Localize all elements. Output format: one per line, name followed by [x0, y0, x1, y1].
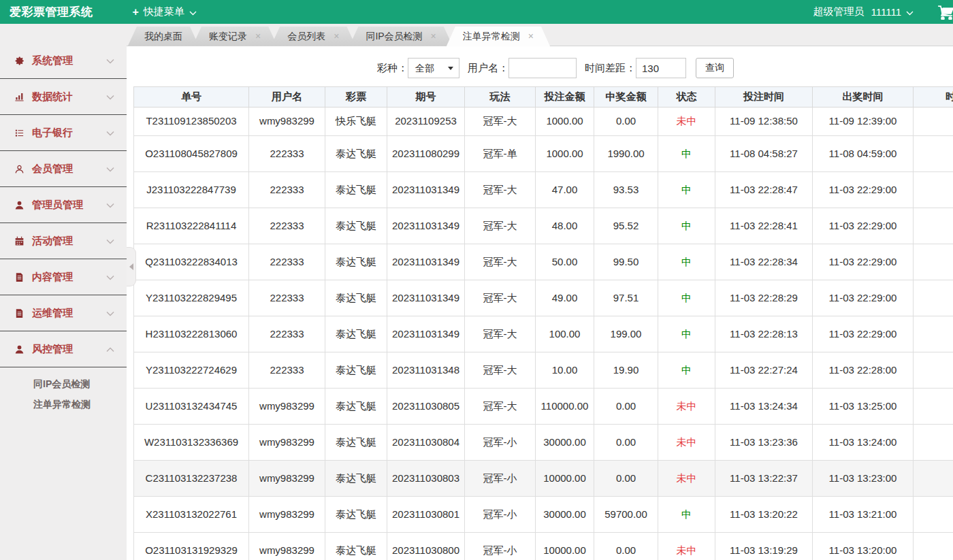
table-cell: 202311031349 — [387, 208, 465, 244]
status-badge: 未中 — [658, 461, 715, 497]
sidebar-item-风控管理[interactable]: 风控管理 — [0, 331, 127, 367]
sidebar-item-label: 内容管理 — [32, 271, 73, 284]
table-row[interactable]: O231103131929329wmy983299泰达飞艇20231103080… — [134, 533, 953, 560]
tab-close-icon[interactable]: × — [431, 31, 436, 42]
table-cell: wmy983299 — [249, 461, 325, 497]
table-cell: 泰达飞艇 — [325, 461, 387, 497]
table-cell: 11-03 22:28:47 — [715, 172, 813, 208]
status-badge: 中 — [658, 316, 715, 352]
sidebar-item-label: 运维管理 — [32, 307, 73, 320]
table-row[interactable]: H231103222813060222333泰达飞艇202311031349冠军… — [134, 316, 953, 352]
table-cell: 31 — [914, 533, 953, 560]
chevron-down-icon — [106, 199, 114, 211]
table-cell: 11-03 13:21:00 — [813, 497, 914, 533]
status-badge: 未中 — [658, 389, 715, 425]
table-row[interactable]: X231103132022761wmy983299泰达飞艇20231103080… — [134, 497, 953, 533]
status-badge: 中 — [658, 136, 715, 172]
table-cell: 202311031349 — [387, 244, 465, 280]
tab-同IP会员检测[interactable]: 同IP会员检测× — [349, 27, 452, 46]
search-button[interactable]: 查询 — [696, 58, 734, 78]
table-cell: 0.00 — [594, 461, 658, 497]
table-cell: 11-03 22:28:34 — [715, 244, 813, 280]
table-row[interactable]: Y231103222829495222333泰达飞艇202311031349冠军… — [134, 280, 953, 316]
timediff-input[interactable] — [636, 58, 686, 78]
sidebar-subitem-同IP会员检测[interactable]: 同IP会员检测 — [0, 374, 127, 394]
filter-bar: 彩种： 全部 用户名： 时间差距： 查询 — [127, 46, 953, 86]
sidebar-menu: 系统管理数据统计电子银行会员管理管理员管理活动管理内容管理运维管理风控管理同IP… — [0, 24, 127, 418]
chevron-down-icon — [106, 163, 114, 175]
sidebar-item-系统管理[interactable]: 系统管理 — [0, 43, 127, 79]
tab-我的桌面[interactable]: 我的桌面 — [128, 27, 199, 46]
sidebar-item-管理员管理[interactable]: 管理员管理 — [0, 187, 127, 223]
sidebar-item-会员管理[interactable]: 会员管理 — [0, 151, 127, 187]
document-icon — [14, 271, 25, 282]
table-cell: 30000.00 — [536, 425, 594, 461]
table-cell: 48.00 — [536, 208, 594, 244]
username-input[interactable] — [508, 58, 577, 78]
tab-close-icon[interactable]: × — [334, 31, 339, 42]
table-cell: 97.51 — [594, 280, 658, 316]
table-cell: 11-03 22:29:00 — [813, 316, 914, 352]
chevron-down-icon — [106, 271, 114, 283]
table-cell: 泰达飞艇 — [325, 533, 387, 560]
plus-icon: + — [133, 6, 139, 18]
column-header-投注时间: 投注时间 — [715, 87, 813, 108]
sidebar-item-活动管理[interactable]: 活动管理 — [0, 223, 127, 259]
status-badge: 中 — [658, 352, 715, 389]
sidebar-collapse-handle[interactable] — [127, 247, 136, 286]
table-row[interactable]: O231108045827809222333泰达飞艇202311080299冠军… — [134, 136, 953, 172]
table-row[interactable]: U231103132434745wmy983299泰达飞艇20231103080… — [134, 389, 953, 425]
table-cell: 110000.00 — [536, 389, 594, 425]
cart-icon[interactable] — [937, 5, 953, 20]
table-cell: 冠军-大 — [465, 352, 536, 389]
table-cell: 泰达飞艇 — [325, 280, 387, 316]
table-cell: 11-03 22:28:13 — [715, 316, 813, 352]
table-cell: 50.00 — [536, 244, 594, 280]
tab-注单异常检测[interactable]: 注单异常检测× — [447, 27, 550, 46]
status-badge: 中 — [658, 280, 715, 316]
quick-menu-button[interactable]: + 快捷菜单 — [133, 5, 197, 18]
table-cell: 11-03 13:23:36 — [715, 425, 813, 461]
sidebar-item-电子银行[interactable]: 电子银行 — [0, 115, 127, 151]
table-cell: 11-03 22:29:00 — [813, 280, 914, 316]
tab-账变记录[interactable]: 账变记录× — [193, 27, 277, 46]
sidebar-item-数据统计[interactable]: 数据统计 — [0, 79, 127, 115]
table-cell: O231103131929329 — [134, 533, 249, 560]
table-cell: 222333 — [249, 352, 325, 389]
table-row[interactable]: T231109123850203wmy983299快乐飞艇20231109253… — [134, 108, 953, 136]
table-row[interactable]: R231103222841114222333泰达飞艇202311031349冠军… — [134, 208, 953, 244]
tab-label: 同IP会员检测 — [366, 31, 422, 42]
table-cell: 冠军-小 — [465, 533, 536, 560]
user-menu[interactable]: 超级管理员 111111 — [813, 5, 914, 18]
status-badge: 中 — [658, 208, 715, 244]
sidebar-item-label: 活动管理 — [32, 235, 73, 248]
timediff-filter-label: 时间差距： — [585, 62, 636, 75]
table-cell: 10000.00 — [536, 461, 594, 497]
table-cell: 202311080299 — [387, 136, 465, 172]
table-row[interactable]: Y231103222724629222333泰达飞艇202311031348冠军… — [134, 352, 953, 389]
table-row[interactable]: J231103222847739222333泰达飞艇202311031349冠军… — [134, 172, 953, 208]
table-cell: 100.00 — [536, 316, 594, 352]
tab-会员列表[interactable]: 会员列表× — [271, 27, 355, 46]
tab-close-icon[interactable]: × — [528, 31, 534, 42]
chevron-down-icon — [189, 6, 197, 18]
table-cell: 20231109253 — [387, 108, 465, 136]
sidebar-item-内容管理[interactable]: 内容管理 — [0, 259, 127, 295]
table-cell: 泰达飞艇 — [325, 172, 387, 208]
lottery-select[interactable]: 全部 — [408, 58, 459, 78]
table-row[interactable]: C231103132237238wmy983299泰达飞艇20231103080… — [134, 461, 953, 497]
table-cell: 冠军-大 — [465, 208, 536, 244]
table-cell: O231108045827809 — [134, 136, 249, 172]
sidebar-item-运维管理[interactable]: 运维管理 — [0, 295, 127, 331]
tab-close-icon[interactable]: × — [255, 31, 261, 42]
table-cell: 202311031349 — [387, 280, 465, 316]
chevron-down-icon — [106, 90, 114, 103]
sidebar-subitem-注单异常检测[interactable]: 注单异常检测 — [0, 394, 127, 414]
table-cell: 冠军-大 — [465, 244, 536, 280]
table-row[interactable]: W231103132336369wmy983299泰达飞艇20231103080… — [134, 425, 953, 461]
table-cell: X231103132022761 — [134, 497, 249, 533]
table-cell: 222333 — [249, 244, 325, 280]
table-cell: 11-03 13:25:00 — [813, 389, 914, 425]
tab-label: 账变记录 — [209, 31, 247, 42]
table-row[interactable]: Q231103222834013222333泰达飞艇202311031349冠军… — [134, 244, 953, 280]
